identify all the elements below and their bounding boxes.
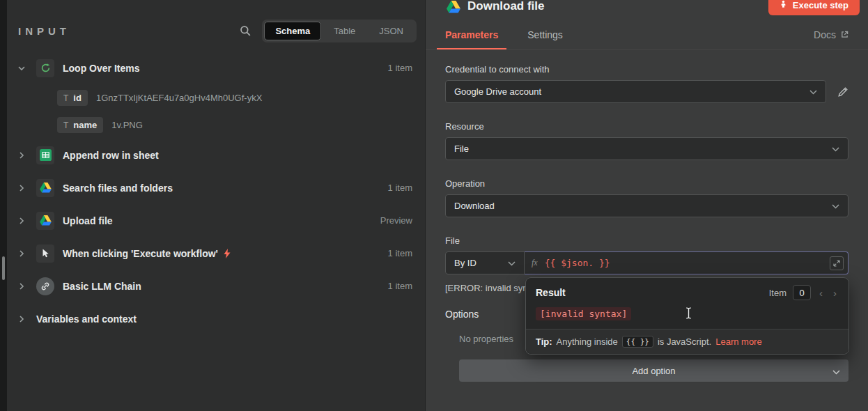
tree-node-loop-over-items[interactable]: Loop Over Items 1 item <box>7 52 425 84</box>
search-icon[interactable] <box>240 25 251 36</box>
chevron-right-icon[interactable] <box>18 283 36 290</box>
node-label: Append row in sheet <box>63 150 159 161</box>
expression-value: {{ $json. }} <box>545 258 610 268</box>
resource-label: Resource <box>445 121 848 132</box>
chevron-down-icon <box>809 86 817 97</box>
string-type-icon: T <box>63 121 68 130</box>
loop-icon <box>36 59 54 77</box>
panel-resize-handle[interactable] <box>2 256 5 280</box>
chevron-right-icon[interactable] <box>18 250 36 257</box>
resource-value: File <box>454 144 469 154</box>
operation-value: Download <box>454 201 495 211</box>
tip-text: Anything inside <box>557 336 618 347</box>
input-panel-header: INPUT Schema Table JSON <box>7 0 425 50</box>
google-sheets-icon <box>36 146 54 164</box>
field-key: id <box>73 93 82 103</box>
open-expression-editor-icon[interactable] <box>830 256 844 270</box>
tree-node-search-files-and-folders[interactable]: Search files and folders 1 item <box>7 171 425 204</box>
credential-value: Google Drive account <box>454 86 541 97</box>
node-label: Variables and context <box>36 313 137 325</box>
display-mode-tabs: Schema Table JSON <box>262 20 417 42</box>
tab-settings[interactable]: Settings <box>526 20 564 49</box>
expression-input[interactable]: fx {{ $json. }} <box>525 251 848 274</box>
lightning-icon <box>224 249 231 258</box>
google-drive-icon <box>36 212 54 230</box>
fx-icon: fx <box>532 258 538 268</box>
tree-node-manual-trigger[interactable]: When clicking 'Execute workflow' 1 item <box>7 237 425 270</box>
result-output: [invalid syntax] <box>536 307 631 320</box>
node-meta: 1 item <box>388 248 412 258</box>
file-label: File <box>445 235 848 246</box>
node-label: Loop Over Items <box>63 63 139 74</box>
app: { "input_panel": { "title": "INPUT", "ta… <box>0 0 868 411</box>
node-meta: Preview <box>380 215 412 226</box>
item-index-input[interactable]: 0 <box>793 285 811 300</box>
chevron-down-icon <box>832 366 840 377</box>
tree-node-append-row-in-sheet[interactable]: Append row in sheet <box>7 139 425 171</box>
field-pill: T name <box>57 117 103 133</box>
add-option-button[interactable]: Add option <box>459 359 848 382</box>
node-label: Search files and folders <box>63 183 173 194</box>
operation-select[interactable]: Download <box>445 194 848 217</box>
node-header: Download file Execute step <box>426 0 868 20</box>
tab-table[interactable]: Table <box>323 22 366 40</box>
docs-link[interactable]: Docs <box>814 20 848 49</box>
chevron-right-icon[interactable] <box>18 217 36 224</box>
chevron-down-icon <box>832 144 839 154</box>
chevron-down-icon <box>508 258 516 268</box>
node-meta: 1 item <box>388 183 412 193</box>
external-link-icon <box>841 29 848 40</box>
canvas-edge <box>0 0 7 411</box>
tree-node-variables-and-context[interactable]: Variables and context <box>7 302 425 335</box>
schema-field-id[interactable]: T id 1GnzTTxIjKtAEF4u7a0gHv4Mh0UGf-ykX <box>7 84 425 111</box>
person-icon <box>780 0 787 10</box>
tab-json[interactable]: JSON <box>368 22 414 40</box>
field-value: 1GnzTTxIjKtAEF4u7a0gHv4Mh0UGf-ykX <box>96 93 262 103</box>
prev-item-button[interactable]: ‹ <box>817 287 825 299</box>
add-option-label: Add option <box>632 366 675 376</box>
expression-tip: Tip: Anything inside {{ }} is JavaScript… <box>526 329 848 354</box>
schema-field-name[interactable]: T name 1v.PNG <box>7 111 425 139</box>
file-mode-select[interactable]: By ID <box>445 251 525 274</box>
field-pill: T id <box>57 90 88 106</box>
text-cursor <box>685 307 692 322</box>
resource-select[interactable]: File <box>445 137 848 160</box>
credential-select[interactable]: Google Drive account <box>445 80 826 103</box>
tip-code-badge: {{ }} <box>622 336 653 348</box>
edit-credential-icon[interactable] <box>837 86 848 98</box>
input-panel: INPUT Schema Table JSON Loop Over Items … <box>7 0 425 411</box>
learn-more-link[interactable]: Learn more <box>715 336 761 347</box>
execute-step-label: Execute step <box>793 0 848 10</box>
input-panel-title: INPUT <box>18 25 70 37</box>
file-mode-value: By ID <box>454 258 476 268</box>
node-meta: 1 item <box>388 63 412 73</box>
expression-result-popover: Result Item 0 ‹ › [invalid syntax] Tip: … <box>525 277 849 355</box>
node-label: When clicking 'Execute workflow' <box>63 248 218 259</box>
tab-parameters[interactable]: Parameters <box>437 20 506 49</box>
tree-node-basic-llm-chain[interactable]: Basic LLM Chain 1 item <box>7 270 425 302</box>
tree-node-upload-file[interactable]: Upload file Preview <box>7 204 425 237</box>
docs-label: Docs <box>814 29 836 40</box>
chain-link-icon <box>36 277 54 295</box>
next-item-button[interactable]: › <box>831 287 839 299</box>
tip-text: is JavaScript. <box>658 336 711 347</box>
input-schema-tree: Loop Over Items 1 item T id 1GnzTTxIjKtA… <box>7 50 425 335</box>
cursor-icon <box>36 245 54 263</box>
google-drive-icon <box>447 1 460 13</box>
chevron-down-icon <box>832 201 839 211</box>
field-key: name <box>73 120 97 130</box>
node-details-panel: Download file Execute step Parameters Se… <box>425 0 868 411</box>
operation-label: Operation <box>445 178 848 189</box>
item-label: Item <box>769 288 786 298</box>
execute-step-button[interactable]: Execute step <box>768 0 860 15</box>
node-title: Download file <box>467 0 545 13</box>
chevron-right-icon[interactable] <box>18 185 36 192</box>
tip-prefix: Tip: <box>536 336 552 347</box>
chevron-right-icon[interactable] <box>18 316 36 323</box>
string-type-icon: T <box>63 93 68 103</box>
ndv-tabs: Parameters Settings Docs <box>426 20 868 50</box>
credential-label: Credential to connect with <box>445 64 848 75</box>
tab-schema[interactable]: Schema <box>264 22 321 40</box>
chevron-right-icon[interactable] <box>18 152 36 159</box>
chevron-down-icon[interactable] <box>18 65 36 72</box>
